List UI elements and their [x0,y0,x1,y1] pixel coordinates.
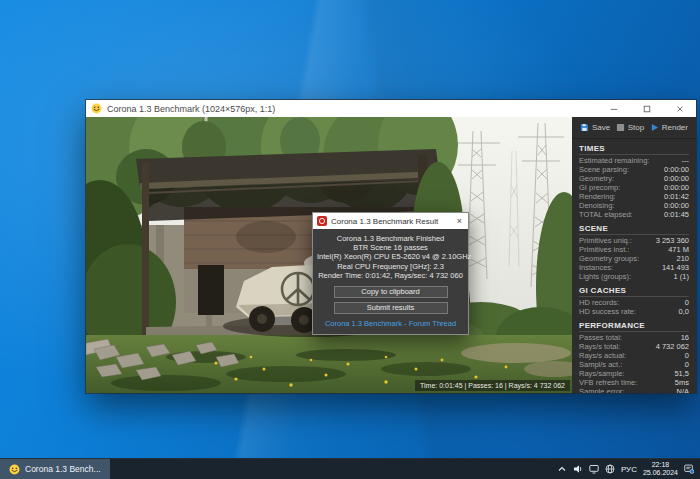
display-icon[interactable] [589,464,599,474]
performance-section: PERFORMANCE Passes total:16Rays/s total:… [579,321,689,393]
window-titlebar[interactable]: Corona 1.3 Benchmark (1024×576px, 1:1) [86,100,696,117]
chevron-up-icon[interactable] [557,464,567,474]
stat-label: Geometry groups: [579,254,639,263]
save-button[interactable]: Save [580,123,610,132]
task-button-label: Corona 1.3 Bench... [25,464,101,474]
stat-value: 0:00:00 [664,183,689,192]
stop-label: Stop [628,123,644,132]
stop-icon [616,123,625,132]
stat-row: Sampl/s act.:0 [579,360,689,369]
section-header: GI CACHES [579,286,689,297]
stat-label: HD success rate: [579,307,636,316]
stat-row: Rays/sample:51,5 [579,369,689,378]
stat-value: 3 253 360 [656,236,689,245]
render-status-overlay: Time: 0:01:45 | Passes: 16 | Rays/s: 4 7… [415,380,570,391]
scene-rows: Primitives uniq.:3 253 360Primitives ins… [579,236,689,281]
stat-row: Primitives uniq.:3 253 360 [579,236,689,245]
submit-results-button[interactable]: Submit results [334,302,448,314]
render-button[interactable]: Render [650,123,688,132]
stat-value: 16 [681,333,689,342]
network-globe-icon[interactable] [605,464,615,474]
stat-label: Primitives uniq.: [579,236,632,245]
stat-value: 0:01:45 [664,210,689,219]
stat-row: Scene parsing:0:00:00 [579,165,689,174]
stat-label: Estimated remaining: [579,156,649,165]
benchmark-result-dialog: Corona 1.3 Benchmark Result × Corona 1.3… [312,212,469,335]
clock-time: 22:18 [643,461,678,469]
stat-value: 0 [685,360,689,369]
stat-label: Rays/s actual: [579,351,626,360]
scene-section: SCENE Primitives uniq.:3 253 360Primitiv… [579,224,689,281]
gi-caches-rows: HD records:0HD success rate:0,0 [579,298,689,316]
times-rows: Estimated remaining:---Scene parsing:0:0… [579,156,689,219]
stat-label: Rendering: [579,192,616,201]
section-header: SCENE [579,224,689,235]
render-play-icon [650,123,659,132]
stat-label: VFB refresh time: [579,378,637,387]
stat-value: 210 [676,254,689,263]
dialog-text-line: Intel(R) Xeon(R) CPU E5-2620 v4 @ 2.10GH… [317,252,464,261]
stat-label: TOTAL elapsed: [579,210,633,219]
stat-value: --- [682,156,690,165]
performance-rows: Passes total:16Rays/s total:4 732 062Ray… [579,333,689,393]
clock[interactable]: 22:18 25.06.2024 [643,461,678,477]
stat-row: Geometry groups:210 [579,254,689,263]
stat-value: 4 732 062 [656,342,689,351]
stat-value: 51,5 [674,369,689,378]
stat-row: Rays/s actual:0 [579,351,689,360]
stat-value: 1 (1) [674,272,689,281]
stat-row: Denoising:0:00:00 [579,201,689,210]
stop-button[interactable]: Stop [616,123,644,132]
stat-value: 0:00:00 [664,174,689,183]
section-header: TIMES [579,144,689,155]
gi-caches-section: GI CACHES HD records:0HD success rate:0,… [579,286,689,316]
stat-label: Rays/sample: [579,369,624,378]
stat-label: Instances: [579,263,613,272]
window-controls [597,100,696,117]
stat-label: Rays/s total: [579,342,620,351]
corona-logo-icon [317,216,327,226]
dialog-titlebar[interactable]: Corona 1.3 Benchmark Result × [313,213,468,229]
stat-value: 141 493 [662,263,689,272]
stat-row: Estimated remaining:--- [579,156,689,165]
copy-to-clipboard-button[interactable]: Copy to clipboard [334,286,448,298]
stat-value: 0:00:00 [664,165,689,174]
stat-value: 0:01:42 [664,192,689,201]
stat-row: Lights (groups):1 (1) [579,272,689,281]
stat-row: Passes total:16 [579,333,689,342]
volume-icon[interactable] [573,464,583,474]
save-label: Save [592,123,610,132]
stat-row: GI precomp:0:00:00 [579,183,689,192]
stat-label: Lights (groups): [579,272,631,281]
stat-label: HD records: [579,298,619,307]
dialog-text-line: Corona 1.3 Benchmark Finished [317,234,464,243]
language-indicator[interactable]: РУС [621,465,637,474]
stat-label: Geometry: [579,174,614,183]
vfb-toolbar: Save Stop Render [572,117,696,139]
close-button[interactable] [663,100,696,117]
stat-label: Sampl/s act.: [579,360,622,369]
forum-thread-link[interactable]: Corona 1.3 Benchmark - Forum Thread [317,319,464,328]
taskbar: Corona 1.3 Bench... РУС 22:18 25.06.2024 [0,458,700,479]
stat-row: TOTAL elapsed:0:01:45 [579,210,689,219]
desktop: Corona 1.3 Benchmark (1024×576px, 1:1) [0,0,700,479]
corona-smiley-icon [91,103,102,114]
stat-row: Rays/s total:4 732 062 [579,342,689,351]
taskbar-corona-button[interactable]: Corona 1.3 Bench... [0,459,110,479]
stat-value: 5ms [675,378,689,387]
maximize-button[interactable] [630,100,663,117]
stat-row: Sample error:N/A [579,387,689,393]
system-tray: РУС 22:18 25.06.2024 [557,459,700,479]
stat-row: VFB refresh time:5ms [579,378,689,387]
window-title: Corona 1.3 Benchmark (1024×576px, 1:1) [107,104,597,114]
minimize-button[interactable] [597,100,630,117]
stat-row: Rendering:0:01:42 [579,192,689,201]
stat-label: Primitives inst.: [579,245,629,254]
times-section: TIMES Estimated remaining:---Scene parsi… [579,144,689,219]
dialog-close-icon[interactable]: × [455,216,464,226]
corona-smiley-icon [9,464,20,475]
action-center-icon[interactable] [684,464,694,474]
dialog-text-line: BTR Scene 16 passes [317,243,464,252]
stat-row: Primitives inst.:471 M [579,245,689,254]
dialog-lines: Corona 1.3 Benchmark FinishedBTR Scene 1… [317,234,464,280]
